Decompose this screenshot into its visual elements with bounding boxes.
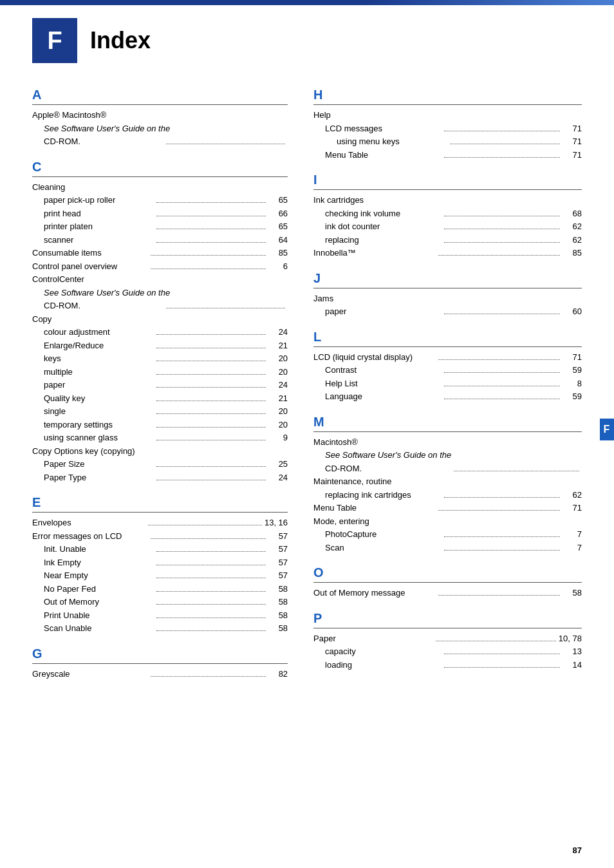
top-blue-bar [0, 0, 614, 5]
entry-sub-text: scanner [44, 234, 154, 247]
index-entry: Help List8 [313, 377, 582, 390]
entry-dots [151, 676, 266, 677]
entry-main-text: Innobella™ [313, 247, 435, 259]
index-entry: multiple20 [32, 366, 288, 379]
entry-dots [444, 229, 560, 229]
entry-num: 57 [268, 530, 288, 543]
entry-dots [156, 578, 266, 578]
index-entry: Contrast59 [313, 364, 582, 377]
entry-dots [444, 399, 560, 399]
entry-sub-text: Near Empty [44, 569, 154, 582]
index-entry: No Paper Fed58 [32, 583, 288, 596]
index-entry: temporary settings20 [32, 419, 288, 431]
index-entry: CD-ROM. [313, 462, 582, 475]
index-entry: Near Empty57 [32, 569, 288, 582]
side-tab: F [600, 419, 614, 440]
index-entry: loading14 [313, 659, 582, 672]
index-entry: Apple® Macintosh® [32, 109, 288, 122]
entry-dots [444, 536, 560, 537]
entry-num: 71 [563, 351, 582, 364]
entry-dots [156, 374, 266, 375]
index-entry: Quality key21 [32, 392, 288, 405]
entry-sub-text: Init. Unable [44, 543, 154, 556]
index-entry: paper60 [313, 305, 582, 318]
index-entry: Jams [313, 292, 582, 305]
page-number: 87 [573, 845, 582, 855]
entry-sub-text: replacing [325, 234, 441, 247]
entry-dots [156, 361, 266, 361]
index-entry: See Software User's Guide on the [32, 122, 288, 135]
entry-num: 62 [563, 234, 582, 247]
page-title: Index [90, 27, 151, 54]
index-entry: PhotoCapture7 [313, 528, 582, 541]
entry-sub-text: capacity [325, 645, 441, 658]
section-letter: M [313, 415, 582, 432]
entry-dots [444, 314, 560, 314]
section-letter: P [313, 611, 582, 628]
entry-num: 8 [563, 377, 582, 390]
entry-dots [151, 255, 266, 256]
entry-dots [438, 359, 560, 360]
entry-sub-text: Out of Memory [44, 596, 154, 609]
entry-dots [156, 401, 266, 401]
entry-italic-text: See Software User's Guide on the [32, 288, 170, 297]
entry-sub-text: CD-ROM. [325, 462, 451, 475]
entry-dots [156, 480, 266, 480]
entry-sub-text: colour adjustment [44, 326, 154, 339]
entry-dots [156, 551, 266, 552]
entry-italic-text: See Software User's Guide on the [32, 124, 170, 133]
entry-main-text: Paper [313, 632, 433, 645]
entry-dots [156, 440, 266, 440]
index-entry: ControlCenter [32, 273, 288, 286]
index-entry: Ink cartridges [313, 194, 582, 207]
entry-dots [156, 387, 266, 388]
entry-dots [438, 255, 560, 256]
entry-dots [444, 242, 560, 243]
entry-main-text: Control panel overview [32, 260, 148, 273]
entry-sub-text: Quality key [44, 392, 154, 405]
entry-dots [156, 604, 266, 605]
entry-sub-text: loading [325, 659, 441, 672]
entry-num: 25 [268, 458, 288, 471]
index-entry: Paper10, 78 [313, 632, 582, 645]
index-content: AApple® Macintosh®See Software User's Gu… [0, 76, 614, 681]
entry-num: 21 [268, 392, 288, 405]
section-letter: E [32, 495, 288, 513]
entry-num: 58 [563, 587, 582, 599]
entry-sub-text: temporary settings [44, 419, 154, 431]
entry-num: 71 [563, 502, 582, 514]
entry-num: 20 [268, 419, 288, 431]
section-letter: I [313, 173, 582, 190]
entry-num: 58 [268, 583, 288, 596]
entry-sub-text: print head [44, 207, 154, 220]
entry-num: 57 [268, 543, 288, 556]
entry-num: 58 [268, 609, 288, 622]
entry-main-text: Mode, entering [313, 516, 369, 526]
entry-sub-text: Contrast [325, 364, 441, 377]
entry-num: 24 [268, 471, 288, 484]
entry-sub-text: Ink Empty [44, 556, 154, 569]
index-entry: Paper Size25 [32, 458, 288, 471]
index-entry: LCD messages71 [313, 122, 582, 135]
entry-sub-text: Enlarge/Reduce [44, 339, 154, 352]
index-entry: Control panel overview6 [32, 260, 288, 273]
entry-dots [156, 229, 266, 229]
entry-sub-text: single [44, 405, 154, 418]
entry-main-text: Ink cartridges [313, 195, 364, 205]
entry-dots [156, 591, 266, 592]
entry-sub-text: Help List [325, 377, 441, 390]
entry-num: 66 [268, 207, 288, 220]
index-entry: See Software User's Guide on the [32, 287, 288, 299]
entry-dots [156, 334, 266, 335]
entry-num: 71 [563, 149, 582, 162]
entry-sub-text: printer platen [44, 220, 154, 233]
index-entry: ink dot counter62 [313, 220, 582, 233]
entry-main-text: Macintosh® [313, 437, 358, 447]
entry-num: 24 [268, 379, 288, 392]
entry-num: 64 [268, 234, 288, 247]
entry-dots [166, 308, 286, 308]
entry-sub2-text: using menu keys [337, 135, 447, 148]
entry-sub-text: keys [44, 352, 154, 365]
entry-dots [444, 654, 560, 654]
entry-num: 62 [563, 220, 582, 233]
